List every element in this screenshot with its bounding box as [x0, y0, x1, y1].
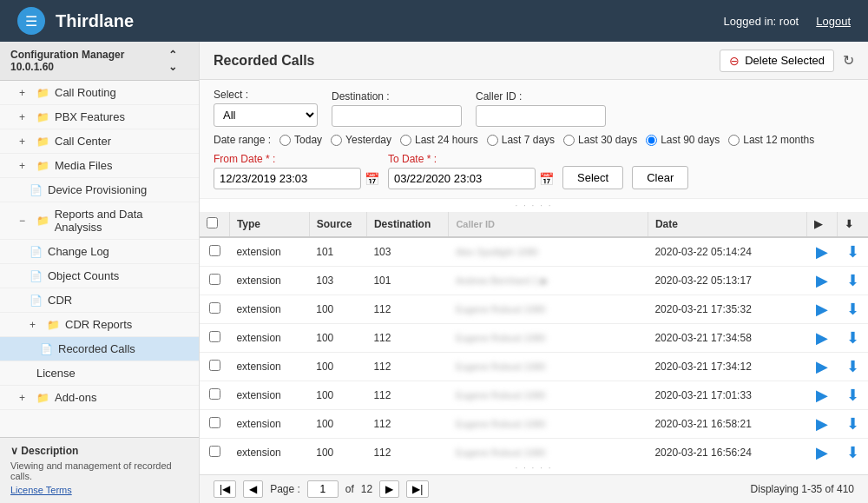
play-button[interactable]: ▶ [816, 387, 828, 404]
collapse-icon[interactable]: ∨ [10, 445, 21, 457]
row-play-cell: ▶ [807, 267, 837, 295]
first-page-button[interactable]: |◀ [214, 480, 236, 498]
prev-page-button[interactable]: ◀ [243, 480, 263, 498]
play-button[interactable]: ▶ [816, 415, 828, 433]
sidebar-item-recorded-calls[interactable]: 📄 Recorded Calls [0, 337, 199, 361]
next-page-button[interactable]: ▶ [379, 480, 399, 498]
folder-icon: 📁 [36, 392, 49, 404]
calendar-icon-2[interactable]: 📅 [539, 172, 554, 186]
radio-last30-input[interactable] [563, 135, 575, 146]
play-button[interactable]: ▶ [816, 329, 828, 347]
row-checkbox[interactable] [209, 388, 220, 400]
select-button[interactable]: Select [562, 166, 623, 189]
calendar-icon[interactable]: 📅 [365, 172, 379, 186]
row-checkbox[interactable] [209, 417, 220, 428]
download-button[interactable]: ⬇ [846, 329, 859, 347]
table-row: extension 100 112 Eugene Robust 1080 202… [200, 353, 868, 381]
to-date-input[interactable] [388, 168, 536, 189]
refresh-icon[interactable]: ↻ [843, 52, 854, 69]
sidebar-label-call-center: Call Center [55, 135, 111, 148]
radio-today[interactable]: Today [279, 134, 322, 146]
row-checkbox-cell [200, 324, 229, 353]
download-button[interactable]: ⬇ [846, 444, 859, 461]
row-type: extension [229, 410, 309, 439]
main-layout: Configuration Manager 10.0.1.60 ⌃ ⌄ + 📁 … [0, 42, 868, 503]
table-head: Type Source Destination Caller ID Date ▶… [200, 212, 868, 237]
delete-selected-button[interactable]: ⊖ Delete Selected [720, 50, 834, 72]
radio-yesterday[interactable]: Yesterday [331, 134, 391, 146]
sidebar-item-pbx-features[interactable]: + 📁 PBX Features [0, 105, 199, 129]
row-checkbox[interactable] [209, 302, 220, 314]
collapse-icon: − [19, 215, 31, 227]
sidebar-item-change-log[interactable]: 📄 Change Log [0, 240, 199, 264]
radio-yesterday-input[interactable] [331, 135, 342, 146]
row-checkbox[interactable] [209, 274, 220, 285]
row-checkbox[interactable] [209, 331, 220, 342]
play-button[interactable]: ▶ [816, 272, 828, 289]
play-button[interactable]: ▶ [816, 243, 828, 261]
to-date-label: To Date * : [388, 153, 554, 165]
select-all-checkbox[interactable] [207, 217, 218, 228]
row-destination: 112 [366, 410, 448, 439]
row-destination: 112 [366, 295, 448, 324]
sidebar-item-call-routing[interactable]: + 📁 Call Routing [0, 81, 199, 105]
download-button[interactable]: ⬇ [846, 243, 859, 261]
select-dropdown[interactable]: All Extension Trunk [214, 103, 318, 127]
from-date-input[interactable] [214, 168, 361, 189]
sidebar-item-license[interactable]: License [0, 361, 199, 386]
header-right: Logged in: root Logout [724, 15, 852, 28]
download-button[interactable]: ⬇ [846, 387, 859, 404]
destination-filter-group: Destination : [332, 90, 462, 127]
row-date: 2020-03-21 17:34:58 [648, 324, 807, 353]
clear-button[interactable]: Clear [632, 166, 688, 189]
recorded-calls-table: Type Source Destination Caller ID Date ▶… [200, 212, 868, 461]
row-checkbox[interactable] [209, 446, 220, 457]
row-play-cell: ▶ [807, 381, 837, 410]
table-row: extension 100 112 Eugene Robust 1080 202… [200, 439, 868, 462]
sidebar-item-cdr-reports[interactable]: + 📁 CDR Reports [0, 313, 199, 337]
radio-last30[interactable]: Last 30 days [563, 134, 637, 146]
radio-last90[interactable]: Last 90 days [646, 134, 720, 146]
license-terms-link[interactable]: License Terms [10, 485, 72, 495]
download-button[interactable]: ⬇ [846, 272, 859, 289]
page-input[interactable] [307, 480, 339, 498]
sidebar-label-call-routing: Call Routing [55, 86, 116, 99]
radio-last90-input[interactable] [646, 135, 657, 146]
menu-icon[interactable]: ☰ [17, 7, 45, 35]
download-button[interactable]: ⬇ [846, 415, 859, 433]
radio-today-input[interactable] [279, 135, 291, 146]
radio-last24[interactable]: Last 24 hours [400, 134, 478, 146]
row-checkbox[interactable] [209, 245, 220, 256]
play-button[interactable]: ▶ [816, 444, 828, 461]
caller-id-input[interactable] [476, 105, 606, 127]
play-button[interactable]: ▶ [816, 301, 828, 318]
sidebar-item-device-provisioning[interactable]: 📄 Device Provisioning [0, 178, 199, 202]
radio-last12-input[interactable] [728, 135, 740, 146]
last-page-button[interactable]: ▶| [406, 480, 429, 498]
radio-last12[interactable]: Last 12 months [728, 134, 814, 146]
sidebar-collapse-icon[interactable]: ⌃ ⌄ [168, 49, 188, 73]
displaying-info: Displaying 1-35 of 410 [751, 483, 854, 495]
play-button[interactable]: ▶ [816, 358, 828, 375]
logout-link[interactable]: Logout [816, 15, 851, 28]
sidebar-item-media-files[interactable]: + 📁 Media Files [0, 154, 199, 178]
sidebar-item-object-counts[interactable]: 📄 Object Counts [0, 264, 199, 288]
row-download-cell: ⬇ [837, 237, 868, 267]
sidebar-item-call-center[interactable]: + 📁 Call Center [0, 129, 199, 154]
row-checkbox[interactable] [209, 360, 220, 371]
destination-input[interactable] [332, 105, 462, 127]
caller-id-label: Caller ID : [476, 90, 606, 103]
radio-last7-input[interactable] [487, 135, 498, 146]
sidebar-item-addons[interactable]: + 📁 Add-ons [0, 386, 199, 410]
download-button[interactable]: ⬇ [846, 358, 859, 375]
filter-row-1: Select : All Extension Trunk Destination… [214, 89, 854, 127]
sidebar-item-reports[interactable]: − 📁 Reports and Data Analysiss [0, 202, 199, 240]
sidebar-item-cdr[interactable]: 📄 CDR [0, 288, 199, 313]
row-caller-id: Eugene Robust 1080 [449, 295, 648, 324]
radio-last24-input[interactable] [400, 135, 411, 146]
radio-last7[interactable]: Last 7 days [487, 134, 555, 146]
sidebar-label-pbx-features: PBX Features [55, 110, 125, 123]
row-date: 2020-03-21 16:58:21 [648, 410, 807, 439]
download-button[interactable]: ⬇ [846, 301, 859, 318]
row-play-cell: ▶ [807, 410, 837, 439]
